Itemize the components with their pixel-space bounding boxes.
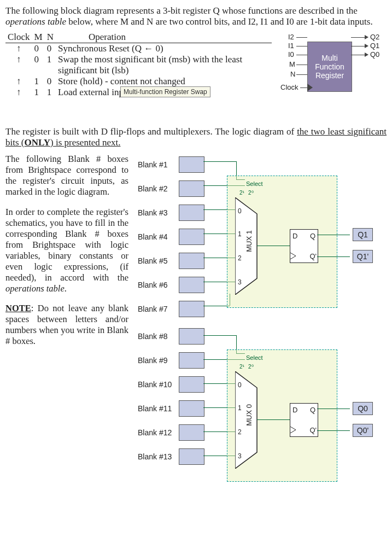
dff-0: D Q Q'	[290, 403, 318, 437]
row1-m: 0	[32, 54, 45, 76]
output-q0: Q0	[353, 402, 373, 415]
intro-paragraph: The following block diagram represents a…	[5, 5, 387, 27]
row0-m: 0	[32, 43, 45, 55]
blank-input-3[interactable]	[179, 205, 204, 221]
blank-9: Blank #9	[137, 349, 204, 371]
blank-input-13[interactable]	[179, 448, 204, 465]
row0-op: Synchronous Reset (Q ← 0)	[56, 43, 272, 55]
mux1-select-label: Select	[246, 180, 263, 187]
blank-11: Blank #11	[137, 398, 204, 419]
pin-q1: Q1	[370, 42, 379, 50]
row3-m: 1	[32, 87, 45, 98]
output-q0p: Q0'	[353, 424, 373, 437]
pin-q0: Q0	[370, 50, 379, 59]
blank-input-11[interactable]	[179, 400, 204, 417]
blank-6: Blank #6	[137, 274, 204, 296]
row2-n: 0	[45, 76, 56, 87]
blank-input-10[interactable]	[179, 376, 204, 393]
blank-input-2[interactable]	[179, 180, 204, 197]
blank-input-5[interactable]	[179, 253, 204, 269]
block-diagram: Multi Function Register I2 I1 I0 M N Clo…	[277, 32, 387, 122]
blank-input-1[interactable]	[179, 156, 204, 173]
row2-m: 1	[32, 76, 45, 87]
note: NOTE: Do not leave any blank spaces betw…	[5, 303, 128, 347]
hdr-op: Operation	[56, 32, 272, 43]
blank-12: Blank #12	[137, 422, 204, 444]
blank-input-9[interactable]	[179, 352, 204, 369]
row1-clk: ↑	[5, 54, 32, 76]
mux-0: 0 1 2 3 MUX 0	[235, 371, 268, 459]
row0-clk: ↑	[5, 43, 32, 55]
blank-input-12[interactable]	[179, 424, 204, 441]
blank-3: Blank #3	[137, 202, 204, 224]
row0-n: 0	[45, 43, 56, 55]
section2-text: The register is built with D flip-flops …	[5, 126, 387, 148]
pin-i2: I2	[288, 33, 294, 41]
blank-7: Blank #7	[137, 298, 204, 320]
operations-table: Clock M N Operation ↑ 0 0 Synchronous Re…	[5, 32, 272, 122]
mux-1: 0 1 2 3 MUX 1	[235, 197, 268, 285]
hdr-clock: Clock	[5, 32, 32, 43]
pin-i1: I1	[288, 42, 294, 50]
blank-4: Blank #4	[137, 226, 204, 248]
blank-input-8[interactable]	[179, 328, 204, 345]
row1-n: 1	[45, 54, 56, 76]
blank-input-7[interactable]	[179, 301, 204, 317]
hdr-m: M	[32, 32, 45, 43]
tooltip: Multi-function Register Swap	[120, 86, 210, 97]
output-q1: Q1	[353, 228, 373, 241]
blank-13: Blank #13	[137, 446, 204, 468]
hdr-n: N	[45, 32, 56, 43]
output-q1p: Q1'	[353, 250, 373, 263]
pin-q2: Q2	[370, 33, 379, 41]
row1-op: Swap the most significant bit (msb) with…	[56, 54, 272, 76]
para-fill: In order to complete the register's sche…	[5, 207, 128, 294]
row2-op: Store (hold) - content not changed	[56, 76, 272, 87]
logic-diagram: Blank #1 Blank #2 Blank #3 Blank #4 Blan…	[137, 154, 387, 515]
blank-10: Blank #10	[137, 374, 204, 395]
row3-clk: ↑	[5, 87, 32, 98]
dff-1: D Q Q'	[290, 229, 318, 263]
register-block: Multi Function Register	[307, 42, 352, 92]
pin-n: N	[290, 70, 295, 78]
mux0-select-label: Select	[246, 354, 263, 361]
blank-8: Blank #8	[137, 325, 204, 347]
blank-input-6[interactable]	[179, 277, 204, 293]
instructions-column: The following Blank # boxes from Brights…	[5, 154, 128, 515]
pin-i0: I0	[288, 50, 294, 59]
row2-clk: ↑	[5, 76, 32, 87]
row3-n: 1	[45, 87, 56, 98]
para-blanks: The following Blank # boxes from Brights…	[5, 154, 128, 197]
blank-input-4[interactable]	[179, 229, 204, 245]
blank-5: Blank #5	[137, 250, 204, 272]
pin-m: M	[289, 60, 295, 68]
blank-2: Blank #2	[137, 178, 204, 200]
blank-1: Blank #1	[137, 154, 204, 176]
pin-clock: Clock	[280, 83, 299, 91]
